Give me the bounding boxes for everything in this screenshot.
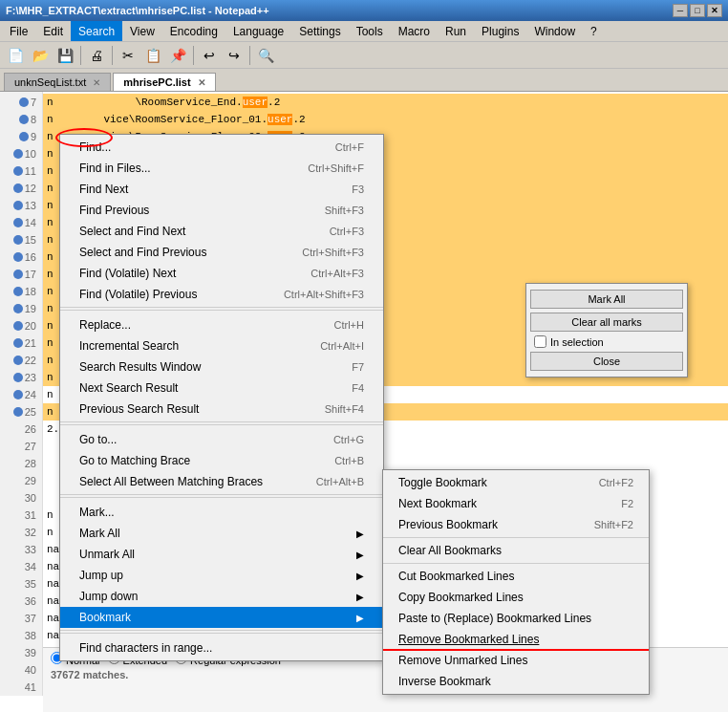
- menu-find[interactable]: Find... Ctrl+F: [60, 137, 383, 158]
- tab-unknseqlist[interactable]: unknSeqList.txt ✕: [4, 73, 111, 91]
- menu-select-matching-braces[interactable]: Select All Between Matching Braces Ctrl+…: [60, 471, 383, 492]
- menu-find-in-files[interactable]: Find in Files... Ctrl+Shift+F: [60, 158, 383, 179]
- menu-encoding[interactable]: Encoding: [162, 21, 225, 41]
- maximize-button[interactable]: □: [690, 4, 705, 17]
- line-39: 39: [0, 644, 42, 661]
- menu-goto-matching-brace[interactable]: Go to Matching Brace Ctrl+B: [60, 450, 383, 471]
- copy-button[interactable]: 📋: [141, 45, 164, 66]
- toolbar-separator-3: [193, 46, 194, 65]
- menu-mark-all[interactable]: Mark All ▶: [60, 523, 383, 544]
- cut-button[interactable]: ✂: [117, 45, 139, 66]
- line-29: 29: [0, 472, 42, 489]
- search-dropdown-menu[interactable]: Find... Ctrl+F Find in Files... Ctrl+Shi…: [59, 134, 384, 661]
- line-19: 19: [0, 300, 42, 317]
- menu-incremental-search[interactable]: Incremental Search Ctrl+Alt+I: [60, 335, 383, 356]
- open-button[interactable]: 📂: [29, 45, 52, 66]
- menu-select-find-next[interactable]: Select and Find Next Ctrl+F3: [60, 221, 383, 242]
- submenu-cut-bookmarked[interactable]: Cut Bookmarked Lines: [383, 566, 649, 587]
- line-20: 20: [0, 317, 42, 334]
- menu-plugins[interactable]: Plugins: [474, 21, 526, 41]
- jump-down-arrow: ▶: [356, 592, 364, 602]
- submenu-inverse-bookmark[interactable]: Inverse Bookmark: [383, 671, 649, 692]
- menu-find-chars-in-range[interactable]: Find characters in range...: [60, 637, 383, 658]
- menu-search[interactable]: Search: [71, 21, 122, 41]
- save-button[interactable]: 💾: [54, 45, 76, 66]
- submenu-remove-unmarked[interactable]: Remove Unmarked Lines: [383, 650, 649, 671]
- redo-button[interactable]: ↪: [223, 45, 246, 66]
- undo-button[interactable]: ↩: [198, 45, 221, 66]
- line-10: 10: [0, 145, 42, 162]
- line-17: 17: [0, 266, 42, 283]
- menu-window[interactable]: Window: [526, 21, 583, 41]
- submenu-prev-bookmark[interactable]: Previous Bookmark Shift+F2: [383, 514, 649, 535]
- menu-mark[interactable]: Mark...: [60, 502, 383, 523]
- find-button[interactable]: 🔍: [254, 45, 277, 66]
- menu-settings[interactable]: Settings: [291, 21, 348, 41]
- menu-bookmark[interactable]: Bookmark ▶: [60, 607, 383, 628]
- menu-goto[interactable]: Go to... Ctrl+G: [60, 429, 383, 450]
- menu-prev-search-result[interactable]: Previous Search Result Shift+F4: [60, 399, 383, 420]
- menu-bar: File Edit Search View Encoding Language …: [0, 21, 728, 42]
- line-26: 26: [0, 421, 42, 438]
- menu-file[interactable]: File: [2, 21, 35, 41]
- tab-mhrisepc[interactable]: mhrisePC.list ✕: [113, 73, 215, 91]
- new-button[interactable]: 📄: [4, 45, 27, 66]
- menu-macro[interactable]: Macro: [391, 21, 438, 41]
- code-line-7: n \RoomService_End.user.2: [43, 94, 728, 111]
- menu-jump-up[interactable]: Jump up ▶: [60, 565, 383, 586]
- line-23: 23: [0, 369, 42, 386]
- menu-view[interactable]: View: [122, 21, 162, 41]
- menu-find-previous[interactable]: Find Previous Shift+F3: [60, 200, 383, 221]
- menu-run[interactable]: Run: [438, 21, 474, 41]
- menu-tools[interactable]: Tools: [349, 21, 391, 41]
- line-32: 32: [0, 524, 42, 541]
- tab-close-unknseqlist[interactable]: ✕: [93, 77, 100, 88]
- submenu-toggle-bookmark[interactable]: Toggle Bookmark Ctrl+F2: [383, 472, 649, 493]
- title-text: F:\MHR_EXTRACT\extract\mhrisePC.list - N…: [6, 5, 673, 16]
- line-18: 18: [0, 283, 42, 300]
- window-controls[interactable]: ─ □ ✕: [673, 4, 722, 17]
- close-button[interactable]: ✕: [707, 4, 722, 17]
- line-35: 35: [0, 575, 42, 593]
- search-menu-section-3: Go to... Ctrl+G Go to Matching Brace Ctr…: [60, 427, 383, 495]
- menu-next-search-result[interactable]: Next Search Result F4: [60, 378, 383, 399]
- menu-find-volatile-prev[interactable]: Find (Volatile) Previous Ctrl+Alt+Shift+…: [60, 284, 383, 305]
- submenu-clear-all-bookmarks[interactable]: Clear All Bookmarks: [383, 540, 649, 561]
- toolbar-separator-1: [80, 46, 81, 65]
- clear-all-marks-button[interactable]: Clear all marks: [530, 313, 683, 332]
- in-selection-checkbox[interactable]: [534, 335, 546, 348]
- bookmark-arrow: ▶: [356, 613, 364, 623]
- menu-edit[interactable]: Edit: [35, 21, 71, 41]
- menu-find-next[interactable]: Find Next F3: [60, 179, 383, 200]
- submenu-next-bookmark[interactable]: Next Bookmark F2: [383, 493, 649, 514]
- line-24: 24: [0, 386, 42, 403]
- code-line-8: n vice\RoomService_Floor_01.user.2: [43, 111, 728, 128]
- line-11: 11: [0, 162, 42, 180]
- tab-close-mhrisepc[interactable]: ✕: [198, 77, 205, 88]
- paste-button[interactable]: 📌: [166, 45, 189, 66]
- matches-count: 37672 matches.: [51, 669, 128, 680]
- menu-search-results-window[interactable]: Search Results Window F7: [60, 356, 383, 378]
- line-12: 12: [0, 180, 42, 197]
- submenu-remove-bookmarked[interactable]: Remove Bookmarked Lines: [383, 629, 649, 650]
- line-7: 7: [0, 94, 42, 111]
- submenu-copy-bookmarked[interactable]: Copy Bookmarked Lines: [383, 587, 649, 608]
- menu-jump-down[interactable]: Jump down ▶: [60, 586, 383, 607]
- close-popup-button[interactable]: Close: [530, 352, 683, 371]
- search-menu-section-1: Find... Ctrl+F Find in Files... Ctrl+Shi…: [60, 135, 383, 308]
- menu-select-find-prev[interactable]: Select and Find Previous Ctrl+Shift+F3: [60, 242, 383, 263]
- menu-unmark-all[interactable]: Unmark All ▶: [60, 544, 383, 565]
- menu-find-volatile-next[interactable]: Find (Volatile) Next Ctrl+Alt+F3: [60, 263, 383, 284]
- minimize-button[interactable]: ─: [673, 4, 688, 17]
- print-button[interactable]: 🖨: [85, 45, 108, 66]
- line-9: 9: [0, 128, 42, 145]
- submenu-paste-bookmarked[interactable]: Paste to (Replace) Bookmarked Lines: [383, 608, 649, 629]
- menu-help[interactable]: ?: [583, 21, 605, 41]
- line-37: 37: [0, 610, 42, 627]
- mark-all-popup[interactable]: Mark All Clear all marks In selection Cl…: [525, 283, 688, 378]
- menu-replace[interactable]: Replace... Ctrl+H: [60, 314, 383, 335]
- menu-language[interactable]: Language: [225, 21, 291, 41]
- bookmark-submenu[interactable]: Toggle Bookmark Ctrl+F2 Next Bookmark F2…: [382, 469, 650, 695]
- mark-all-button[interactable]: Mark All: [530, 290, 683, 309]
- jump-up-arrow: ▶: [356, 571, 364, 581]
